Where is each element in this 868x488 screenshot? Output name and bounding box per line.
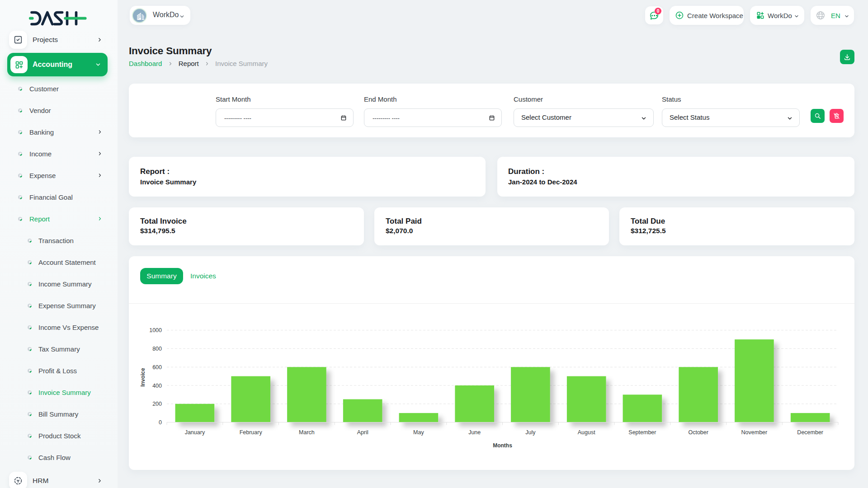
svg-text:June: June	[468, 429, 481, 436]
svg-text:0: 0	[159, 419, 162, 426]
svg-text:May: May	[413, 429, 424, 436]
svg-text:600: 600	[152, 364, 162, 371]
svg-text:July: July	[525, 429, 536, 436]
svg-text:October: October	[688, 429, 708, 436]
svg-text:February: February	[240, 429, 263, 436]
svg-text:December: December	[797, 429, 823, 436]
svg-text:April: April	[357, 429, 368, 436]
svg-text:November: November	[741, 429, 768, 436]
svg-text:August: August	[578, 429, 595, 436]
svg-text:400: 400	[152, 383, 162, 389]
svg-text:March: March	[299, 429, 315, 436]
svg-text:September: September	[628, 429, 656, 436]
svg-text:Invoice: Invoice	[140, 368, 146, 387]
svg-text:January: January	[185, 429, 205, 436]
svg-text:800: 800	[152, 346, 162, 352]
svg-text:Months: Months	[493, 442, 512, 449]
svg-text:200: 200	[152, 401, 162, 407]
svg-text:1000: 1000	[149, 327, 162, 333]
